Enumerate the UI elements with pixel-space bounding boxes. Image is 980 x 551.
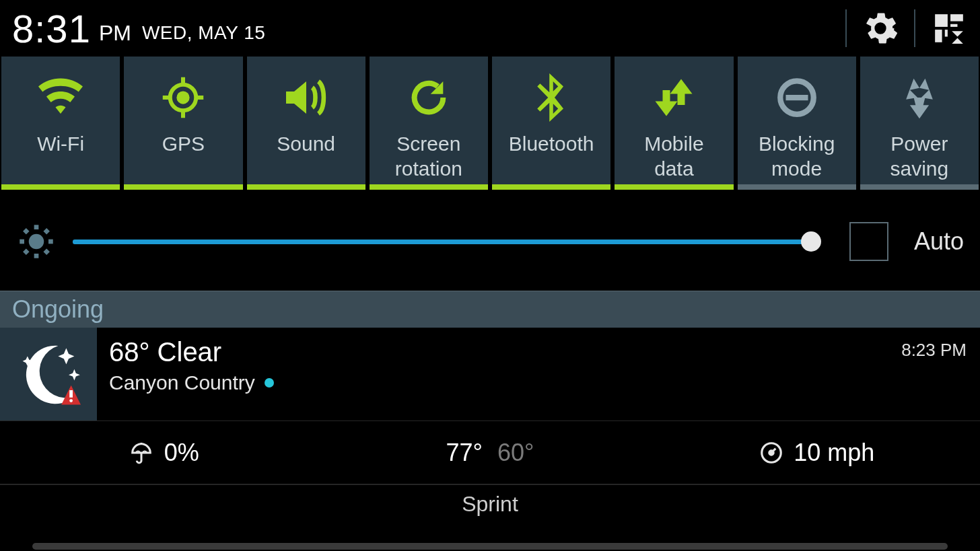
svg-point-13 [29,234,44,250]
toggle-indicator [615,184,733,190]
weather-night-icon [0,328,97,420]
temp-low: 60° [497,439,534,467]
rotate-icon [370,69,488,126]
location-dot-icon [265,378,274,388]
toggle-label: Powersaving [888,132,952,181]
svg-line-18 [24,229,28,233]
powersave-icon [860,69,979,126]
svg-rect-1 [950,14,963,21]
weather-detail-row: 0% 77° 60° 10 mph [0,420,980,484]
temp-range-item: 77° 60° [326,439,653,467]
wind-value: 10 mph [794,439,874,467]
toggle-label: Wi-Fi [34,132,87,157]
svg-marker-22 [58,348,74,365]
sound-icon [247,69,365,126]
brightness-icon [16,221,57,262]
svg-rect-0 [935,14,948,27]
divider [914,9,915,47]
clock-time: 8:31 [12,6,91,51]
toggle-label: Blockingmode [756,132,837,181]
toggle-mobiledata[interactable]: Mobiledata [615,57,733,190]
settings-button[interactable] [862,9,899,47]
toggle-label: Mobiledata [641,132,706,181]
brightness-auto-checkbox[interactable] [849,222,888,261]
toggle-label: Screenrotation [392,132,465,181]
toggle-label: Sound [274,132,338,157]
svg-rect-2 [950,24,957,27]
status-bar: 8:31 PM WED, MAY 15 [0,0,980,54]
toggle-powersave[interactable]: Powersaving [860,57,979,190]
mobiledata-icon [615,69,733,126]
grid-icon [932,11,966,45]
weather-headline: 68° Clear [109,337,274,367]
brightness-row: Auto [0,211,980,272]
svg-line-21 [45,229,48,233]
svg-line-20 [24,250,28,254]
toggle-indicator [370,184,488,190]
svg-point-27 [69,399,73,402]
wind-gauge-icon [759,440,784,466]
precip-item: 0% [0,439,326,467]
gear-icon [863,11,898,46]
bluetooth-icon [492,69,610,126]
temp-high: 77° [446,439,483,467]
blocking-icon [738,69,856,126]
brightness-thumb[interactable] [801,231,821,252]
quick-toggles: Wi-Fi GPS Sound Screenrotation Bluetooth… [0,57,980,190]
svg-point-10 [177,91,190,104]
precip-value: 0% [164,439,199,467]
clock-date: WED, MAY 15 [142,22,265,44]
svg-marker-23 [69,369,80,381]
toggle-label: GPS [160,132,207,157]
section-header-ongoing: Ongoing [0,291,980,328]
toggle-blocking[interactable]: Blockingmode [738,57,856,190]
weather-notification[interactable]: 68° Clear Canyon Country 8:23 PM [0,328,980,420]
toggle-indicator [1,184,120,190]
wifi-icon [1,69,120,126]
toggle-label: Bluetooth [506,132,597,157]
svg-rect-3 [935,30,942,42]
umbrella-icon [128,439,155,466]
toggle-sound[interactable]: Sound [247,57,365,190]
wind-item: 10 mph [654,439,980,467]
brightness-auto-label: Auto [914,227,964,256]
toggle-indicator [492,184,610,190]
svg-rect-26 [69,390,73,398]
carrier-label: Sprint [0,484,980,519]
weather-location: Canyon Country [109,371,255,394]
weather-timestamp: 8:23 PM [901,337,967,414]
brightness-slider[interactable] [73,240,820,244]
toggle-indicator [124,184,242,190]
toggle-indicator [247,184,365,190]
scroll-handle[interactable] [32,543,948,550]
svg-line-19 [45,250,48,254]
panel-edit-button[interactable] [930,9,968,47]
divider [845,9,847,47]
toggle-rotate[interactable]: Screenrotation [370,57,488,190]
toggle-indicator [738,184,856,190]
toggle-indicator [860,184,979,190]
toggle-wifi[interactable]: Wi-Fi [1,57,120,190]
toggle-bluetooth[interactable]: Bluetooth [492,57,610,190]
svg-rect-4 [945,30,948,36]
gps-icon [124,69,242,126]
svg-line-30 [771,448,775,452]
toggle-gps[interactable]: GPS [124,57,242,190]
clock-ampm: PM [99,21,131,46]
